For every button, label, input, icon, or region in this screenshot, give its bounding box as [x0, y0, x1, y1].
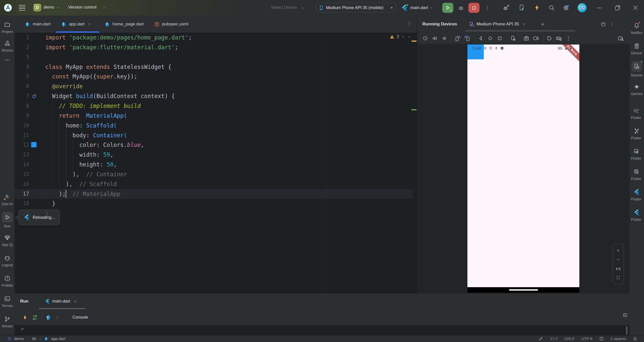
- kebab-button[interactable]: [565, 35, 572, 41]
- screen-search-button[interactable]: [618, 35, 624, 42]
- sidebar-item-flutter-performance[interactable]: Flutter Performance: [629, 123, 644, 144]
- stop-button[interactable]: [468, 3, 479, 13]
- unlock-icon[interactable]: [633, 336, 637, 341]
- prev-warning-icon[interactable]: [401, 35, 405, 39]
- zoom-in-button[interactable]: [616, 248, 620, 253]
- dart-icon[interactable]: [46, 315, 51, 320]
- editor-tab-app.dart[interactable]: app.dart: [56, 16, 99, 33]
- zoom-fit-button[interactable]: [616, 275, 620, 280]
- editor-tab-main.dart[interactable]: main.dart: [20, 16, 56, 33]
- editor-tab-home_page.dart[interactable]: home_page.dart: [99, 16, 149, 33]
- ai-assistant-icon[interactable]: [539, 336, 543, 341]
- keyboard-button[interactable]: [556, 35, 562, 41]
- avatar[interactable]: [578, 3, 587, 12]
- sidebar-item-flutter-property-editor[interactable]: Flutter Property Editor: [629, 164, 644, 185]
- sidebar-item-logcat[interactable]: Logcat: [0, 250, 15, 271]
- device-mirror-icon[interactable]: [518, 4, 525, 11]
- sidebar-item-device-manager[interactable]: Device Manager: [629, 38, 644, 59]
- main-menu-icon[interactable]: [19, 4, 26, 11]
- inspections-widget[interactable]: 2: [390, 34, 411, 40]
- close-icon[interactable]: [88, 22, 92, 26]
- sidebar-item-notifications[interactable]: Notifications: [629, 18, 644, 38]
- code-editor[interactable]: 12345678910111213141516171819 import 'pa…: [15, 33, 417, 293]
- search-icon[interactable]: [548, 4, 555, 11]
- sidebar-item-run[interactable]: Run: [0, 210, 15, 230]
- console-scrollbar[interactable]: [626, 326, 628, 335]
- project-selector[interactable]: demo: [44, 5, 54, 10]
- sidebar-item-flutter-outline[interactable]: Flutter Outline: [629, 144, 644, 164]
- sidebar-item-terminal[interactable]: Terminal: [0, 291, 15, 312]
- console-label[interactable]: Console: [72, 315, 88, 320]
- close-icon[interactable]: [522, 22, 526, 26]
- window-minimize-button[interactable]: [596, 4, 603, 11]
- rotate-left-button[interactable]: [455, 35, 461, 41]
- run-configuration-selector[interactable]: main.dart: [401, 3, 433, 13]
- gesture-pill[interactable]: [509, 289, 538, 291]
- color-preview-swatch[interactable]: [31, 142, 36, 147]
- nav-back-button[interactable]: [477, 35, 484, 41]
- nav-home-button[interactable]: [487, 35, 493, 41]
- attach-debugger-icon[interactable]: [503, 4, 510, 11]
- console-expand-chevron[interactable]: >: [21, 326, 24, 332]
- layout-settings-icon[interactable]: [623, 313, 628, 318]
- line-separator[interactable]: CRLF: [565, 336, 575, 341]
- power-button[interactable]: [422, 35, 428, 41]
- sidebar-item-resource-manager[interactable]: Resource Manager: [0, 37, 15, 55]
- zoom-out-button[interactable]: [616, 258, 620, 262]
- sidebar-item-flutter-extensions[interactable]: Flutter DevTools Extensions: [629, 205, 644, 225]
- editor-tab-pubspec.yaml[interactable]: pubspec.yaml: [149, 16, 194, 33]
- lightning-icon[interactable]: [534, 4, 540, 11]
- window-close-button[interactable]: [632, 4, 639, 11]
- close-icon[interactable]: [73, 300, 77, 303]
- nav-overview-button[interactable]: [497, 35, 503, 41]
- emulator-screen[interactable]: 11:48 3G DEBUG: [467, 45, 579, 293]
- device-tab[interactable]: Medium Phone API 35: [469, 21, 526, 27]
- file-encoding[interactable]: UTF-8: [581, 336, 592, 341]
- sidebar-item-project[interactable]: Project: [0, 18, 15, 37]
- sidebar-item-gemini[interactable]: Gemini: [629, 79, 644, 100]
- breadcrumb-item[interactable]: lib: [32, 336, 36, 341]
- more-options-icon[interactable]: [55, 315, 59, 320]
- panel-layout-icon[interactable]: [601, 22, 606, 27]
- hide-panel-icon[interactable]: [619, 23, 624, 26]
- video-button[interactable]: [533, 35, 539, 41]
- debug-button[interactable]: [456, 3, 466, 13]
- sidebar-item-flutter-devtools[interactable]: Flutter DevTools: [629, 185, 644, 205]
- camera-button[interactable]: [523, 35, 530, 41]
- sidebar-item-app-quality-insights[interactable]: App Quality Insights: [0, 230, 15, 250]
- tab-options-icon[interactable]: [407, 20, 412, 27]
- inspections-status-icon[interactable]: [599, 336, 604, 341]
- sidebar-item-running-devices[interactable]: Running Devices: [629, 59, 644, 79]
- breadcrumb-item[interactable]: app.dart: [51, 336, 65, 341]
- window-restore-button[interactable]: [614, 4, 621, 11]
- vcs-widget[interactable]: Version control: [68, 5, 96, 10]
- add-device-icon[interactable]: [540, 22, 545, 27]
- phone-settings-button[interactable]: [510, 35, 516, 41]
- console-output[interactable]: >: [15, 325, 629, 335]
- zoom-actual-button[interactable]: 1:1: [616, 267, 621, 271]
- hot-reload-icon[interactable]: [22, 315, 28, 320]
- override-method-gutter-icon[interactable]: [32, 94, 37, 99]
- more-actions-icon[interactable]: [485, 5, 490, 11]
- tab-scrollbar[interactable]: [465, 30, 575, 32]
- breadcrumb-item[interactable]: demo: [14, 336, 24, 341]
- sidebar-item-more-tool-windows[interactable]: [0, 55, 15, 64]
- select-device-label[interactable]: Select Device: [271, 5, 297, 10]
- volume-up-button[interactable]: [432, 35, 438, 41]
- sidebar-item-dart-analysis[interactable]: Dart Analysis: [0, 189, 15, 210]
- run-button[interactable]: [442, 3, 453, 13]
- hot-restart-icon[interactable]: [32, 315, 38, 320]
- caret-position[interactable]: 17:7: [550, 336, 557, 341]
- sidebar-item-flutter-inspector[interactable]: Flutter Inspector: [629, 103, 644, 123]
- reset-button[interactable]: [546, 35, 552, 41]
- panel-options-icon[interactable]: [610, 21, 614, 27]
- volume-down-button[interactable]: [441, 35, 448, 41]
- sidebar-item-problems[interactable]: Problems: [0, 271, 15, 291]
- device-dropdown[interactable]: Medium Phone API 35 (mobile) ▼: [316, 3, 396, 13]
- settings-gear-icon[interactable]: [563, 4, 570, 11]
- sidebar-item-version-control[interactable]: Version Control: [0, 312, 15, 332]
- rotate-right-button[interactable]: [464, 35, 470, 41]
- next-warning-icon[interactable]: [407, 35, 411, 39]
- run-tab[interactable]: main.dart: [39, 293, 86, 309]
- project-badge[interactable]: D: [33, 4, 41, 12]
